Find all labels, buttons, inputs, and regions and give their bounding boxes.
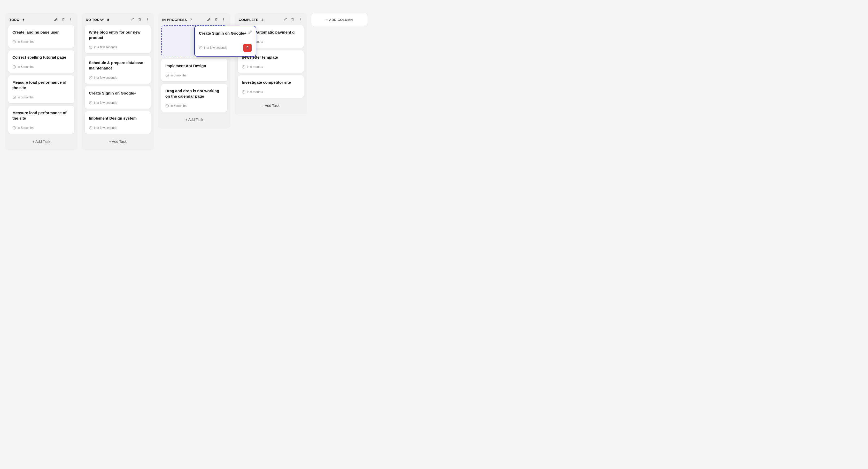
svg-point-2 (70, 21, 71, 22)
task-card[interactable]: Schedule & prepare database maintenance … (85, 56, 151, 84)
column-title-in-progress: IN PROGRESS (162, 18, 187, 22)
card-time: in a few seconds (94, 101, 117, 104)
card-time: in 5 months (170, 73, 187, 77)
column-title-do-today: DO TODAY (86, 18, 104, 22)
column-do-today: DO TODAY 5 Write blog entry for our new … (82, 13, 154, 150)
add-task-btn-in-progress[interactable]: + Add Task (161, 115, 227, 124)
card-title: Create Signin on Google+ (89, 90, 147, 96)
card-title: Write blog entry for our new product (89, 29, 147, 40)
column-count-complete: 3 (261, 18, 263, 22)
column-edit-btn-in-progress[interactable] (206, 17, 211, 22)
card-meta: in 5 months (12, 96, 70, 99)
card-meta: in 5 months (12, 40, 70, 44)
card-meta: in a few seconds (89, 101, 147, 104)
card-title: Measure load performance of the site (12, 80, 70, 90)
card-time: in 5 months (18, 40, 34, 44)
task-card[interactable]: Measure load performance of the site in … (8, 75, 74, 103)
card-title: Investigate competitor site (242, 80, 300, 85)
column-actions-do-today (130, 17, 150, 22)
card-meta: in a few seconds (89, 76, 147, 80)
column-in-progress: IN PROGRESS 7 Implement Ant Design in 5 … (158, 13, 230, 128)
task-card[interactable]: Drag and drop is not working on the cale… (161, 84, 227, 112)
floating-card-title: Create Signin on Google+ (199, 30, 252, 36)
card-meta: in a few seconds (89, 45, 147, 49)
column-count-todo: 6 (23, 18, 24, 22)
cards-todo: Create landing page user in 5 months Cor… (5, 25, 78, 134)
svg-point-9 (147, 21, 148, 22)
task-card[interactable]: Implement Ant Design in 5 months (161, 59, 227, 81)
card-time: in 6 months (247, 90, 263, 94)
task-card[interactable]: Create Signin on Google+ in a few second… (85, 86, 151, 109)
svg-point-7 (147, 18, 148, 19)
card-time: in a few seconds (94, 45, 117, 49)
column-delete-btn-todo[interactable] (61, 17, 66, 22)
svg-point-22 (300, 21, 301, 22)
card-meta: in a few seconds (89, 126, 147, 130)
svg-point-0 (70, 18, 71, 19)
task-card[interactable]: Create landing page user in 5 months (8, 25, 74, 48)
board: TODO 6 Create landing page user in 5 mon… (5, 13, 863, 155)
card-meta: in 5 months (12, 126, 70, 130)
floating-card-edit-btn[interactable] (248, 30, 252, 35)
column-more-btn-in-progress[interactable] (221, 17, 226, 22)
floating-card-actions: in a few seconds (199, 44, 252, 52)
cards-do-today: Write blog entry for our new product in … (82, 25, 154, 134)
card-meta: in 5 months (12, 65, 70, 69)
card-time: in a few seconds (94, 126, 117, 130)
svg-point-8 (147, 19, 148, 20)
task-card[interactable]: Implement Design system in a few seconds (85, 111, 151, 134)
task-card[interactable]: Investigate competitor site in 6 months (238, 75, 304, 98)
card-meta: in 6 months (242, 65, 300, 69)
column-title-todo: TODO (9, 18, 20, 22)
card-title: Schedule & prepare database maintenance (89, 60, 147, 71)
add-column-btn[interactable]: + ADD COLUMN (311, 13, 368, 26)
column-more-btn-do-today[interactable] (145, 17, 150, 22)
svg-point-1 (70, 19, 71, 20)
column-edit-btn-do-today[interactable] (130, 17, 135, 22)
column-count-in-progress: 7 (190, 18, 192, 22)
card-title: Correct spelling tutorial page (12, 55, 70, 60)
column-delete-btn-do-today[interactable] (137, 17, 142, 22)
floating-card-time: in a few seconds (204, 46, 227, 50)
add-task-btn-do-today[interactable]: + Add Task (85, 137, 151, 146)
column-more-btn-todo[interactable] (68, 17, 73, 22)
svg-point-15 (223, 19, 224, 20)
card-title: Implement Design system (89, 116, 147, 121)
card-time: in a few seconds (94, 76, 117, 80)
floating-card-delete-btn[interactable] (243, 44, 252, 52)
svg-point-16 (223, 21, 224, 22)
add-task-btn-complete[interactable]: + Add Task (238, 101, 304, 110)
card-title: Measure load performance of the site (12, 110, 70, 121)
card-meta: in 6 months (242, 90, 300, 94)
card-time: in 6 months (247, 65, 263, 69)
floating-card: Create Signin on Google+ in a few second… (194, 26, 256, 57)
card-title: Implement Ant Design (165, 63, 223, 68)
svg-point-20 (300, 18, 301, 19)
task-card[interactable]: Correct spelling tutorial page in 5 mont… (8, 50, 74, 73)
column-actions-complete (283, 17, 303, 22)
task-card[interactable]: Write blog entry for our new product in … (85, 25, 151, 53)
column-actions-in-progress (206, 17, 226, 22)
column-todo: TODO 6 Create landing page user in 5 mon… (5, 13, 78, 150)
task-card[interactable]: Measure load performance of the site in … (8, 106, 74, 134)
column-delete-btn-complete[interactable] (290, 17, 295, 22)
svg-point-21 (300, 19, 301, 20)
card-time: in 5 months (170, 104, 187, 108)
card-meta: in 5 months (165, 104, 223, 108)
card-title: Drag and drop is not working on the cale… (165, 88, 223, 99)
card-time: in 5 months (18, 126, 34, 130)
column-more-btn-complete[interactable] (298, 17, 303, 22)
column-title-complete: COMPLETE (239, 18, 258, 22)
card-time: in 5 months (18, 65, 34, 69)
card-time: in 5 months (18, 96, 34, 99)
column-actions-todo (53, 17, 73, 22)
column-delete-btn-in-progress[interactable] (214, 17, 219, 22)
card-title: Create landing page user (12, 29, 70, 35)
column-edit-btn-complete[interactable] (283, 17, 288, 22)
card-meta: in 5 months (165, 73, 223, 77)
column-count-do-today: 5 (107, 18, 109, 22)
svg-point-14 (223, 18, 224, 19)
floating-card-meta: in a few seconds (199, 46, 227, 50)
column-edit-btn-todo[interactable] (53, 17, 58, 22)
add-task-btn-todo[interactable]: + Add Task (8, 137, 74, 146)
